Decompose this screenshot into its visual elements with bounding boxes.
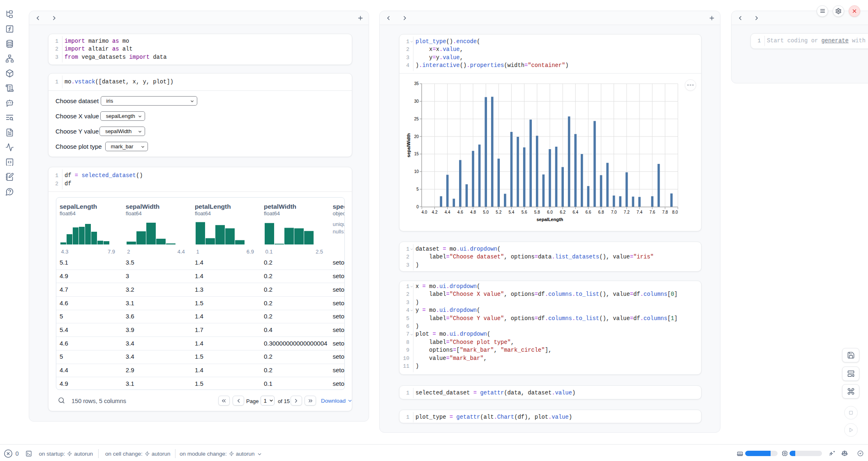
svg-text:7.6: 7.6 — [649, 210, 655, 214]
svg-text:10: 10 — [414, 169, 419, 174]
svg-text:4.0: 4.0 — [421, 210, 427, 214]
svg-text:6.4: 6.4 — [573, 210, 578, 214]
svg-text:5.0: 5.0 — [483, 210, 489, 214]
svg-text:4.2: 4.2 — [432, 210, 438, 214]
svg-text:6.8: 6.8 — [598, 210, 604, 214]
svg-text:6.6: 6.6 — [585, 210, 591, 214]
svg-text:5.4: 5.4 — [508, 210, 514, 214]
svg-text:20: 20 — [414, 134, 419, 138]
svg-text:6.2: 6.2 — [560, 210, 566, 214]
svg-text:30: 30 — [414, 99, 419, 104]
svg-text:5.6: 5.6 — [522, 210, 527, 214]
svg-text:5.8: 5.8 — [534, 210, 540, 214]
svg-text:8.0: 8.0 — [672, 210, 678, 214]
svg-text:35: 35 — [414, 81, 419, 86]
svg-text:7.0: 7.0 — [611, 210, 617, 214]
svg-text:15: 15 — [414, 152, 419, 156]
svg-text:sepalLength: sepalLength — [537, 217, 563, 221]
svg-text:0: 0 — [416, 204, 419, 209]
svg-text:7.4: 7.4 — [637, 210, 642, 214]
svg-text:4.8: 4.8 — [470, 210, 476, 214]
svg-text:5: 5 — [416, 187, 419, 191]
svg-text:7.8: 7.8 — [662, 210, 668, 214]
svg-text:25: 25 — [414, 116, 419, 121]
svg-text:6.0: 6.0 — [547, 210, 553, 214]
svg-text:4.4: 4.4 — [445, 210, 450, 214]
svg-text:5.2: 5.2 — [496, 210, 501, 214]
svg-text:sepalWidth: sepalWidth — [406, 133, 411, 157]
svg-text:7.2: 7.2 — [624, 210, 630, 214]
svg-text:4.6: 4.6 — [457, 210, 463, 214]
